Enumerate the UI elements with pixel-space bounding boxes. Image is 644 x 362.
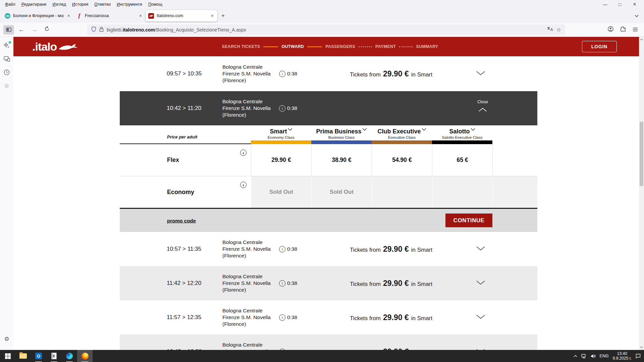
duration: 0:38: [287, 70, 297, 77]
minimize-button[interactable]: —: [598, 2, 612, 7]
expand-chevron-icon[interactable]: [476, 280, 485, 286]
train-row[interactable]: 12:42 > 13:20 Bologna Centrale Firenze S…: [120, 335, 537, 350]
info-icon[interactable]: i: [279, 349, 285, 350]
train-times: 09:57 > 10:35: [167, 70, 202, 77]
file-explorer-button[interactable]: [15, 350, 31, 362]
train-row-selected[interactable]: 10:42 > 11:20 Bologna Centrale Firenze S…: [120, 91, 537, 125]
bookmark-star-icon[interactable]: ☆: [556, 26, 561, 33]
fare-flex-club[interactable]: 54.90 €: [372, 144, 432, 176]
fare-column-smart[interactable]: Smart Economy Class: [251, 125, 311, 144]
lock-icon[interactable]: [99, 27, 104, 33]
shield-icon[interactable]: [91, 26, 96, 33]
history-clock-icon[interactable]: [3, 69, 10, 76]
translate-icon[interactable]: A: [547, 27, 553, 33]
page-scrollbar[interactable]: [639, 37, 644, 350]
network-icon[interactable]: [581, 354, 587, 358]
step-search-tickets: SEARCH TICKETS: [222, 44, 260, 49]
fare-column-salotto[interactable]: Salotto Salotto Executive Class: [432, 125, 492, 144]
menu-bookmarks[interactable]: Отметки: [91, 1, 114, 8]
invoice-document-button[interactable]: €: [46, 350, 62, 362]
volume-icon[interactable]: [591, 354, 596, 358]
menu-file[interactable]: Файл: [2, 1, 18, 8]
expand-chevron-icon[interactable]: [476, 246, 485, 252]
info-icon[interactable]: i: [279, 105, 285, 112]
synced-tabs-icon[interactable]: [3, 56, 10, 62]
account-icon[interactable]: [608, 26, 613, 33]
fare-column-prima-business[interactable]: Prima Business Business Class: [311, 125, 372, 144]
window-controls: — □ ×: [598, 1, 642, 7]
info-icon[interactable]: i: [240, 149, 247, 156]
fare-flex-salotto[interactable]: 65 €: [432, 144, 492, 176]
bookmarks-star-icon[interactable]: ☆: [3, 82, 10, 89]
italo-favicon: [148, 13, 154, 19]
time: 13:40: [613, 351, 632, 356]
italo-logo[interactable]: .italo: [32, 41, 78, 52]
tab-title: Italotreno.com: [157, 13, 207, 18]
fare-flex-smart[interactable]: 29.90 €: [251, 144, 311, 176]
outlook-button[interactable]: O: [31, 350, 46, 362]
settings-gear-icon[interactable]: ⚙: [4, 336, 9, 343]
menu-history[interactable]: История: [69, 1, 91, 8]
train-row[interactable]: 11:42 > 12:20 Bologna Centrale Firenze S…: [120, 266, 537, 300]
close-tab-icon[interactable]: ×: [138, 13, 143, 18]
dropdown-chevron-icon: [288, 128, 292, 131]
train-times: 10:57 > 11:35: [167, 246, 201, 252]
list-all-tabs-icon[interactable]: [635, 13, 642, 19]
hamburger-menu-icon[interactable]: [633, 27, 638, 33]
navigation-toolbar: ← → biglietti.italotreno.com/Booking_Acq…: [0, 23, 644, 37]
scroll-up-arrow-icon[interactable]: [639, 37, 644, 42]
back-button[interactable]: ←: [17, 26, 25, 33]
expand-chevron-icon[interactable]: [476, 314, 485, 320]
sidebar-toggle-button[interactable]: [3, 25, 14, 35]
action-center-icon[interactable]: [636, 354, 641, 358]
train-row[interactable]: 10:57 > 11:35 Bologna Centrale Firenze S…: [120, 232, 537, 266]
close-tab-icon[interactable]: ×: [210, 13, 215, 18]
menu-view[interactable]: Изглед: [50, 1, 69, 8]
extensions-puzzle-icon[interactable]: [620, 26, 626, 33]
svg-text:A: A: [550, 27, 553, 32]
expand-chevron-icon[interactable]: [476, 71, 485, 77]
smart-color-bar: [251, 140, 311, 144]
expand-chevron-icon[interactable]: [476, 349, 485, 350]
hidden-icons-chevron-icon[interactable]: [574, 355, 577, 357]
info-icon[interactable]: i: [279, 246, 285, 252]
train-row[interactable]: 09:57 > 10:35 Bologna Centrale Firenze S…: [120, 56, 537, 91]
tab-bar: m Болоня и Флоренция - може и × f Frecci…: [0, 9, 644, 23]
fare-economy-prima-soldout: Sold Out: [311, 176, 372, 208]
url-bar[interactable]: biglietti.italotreno.com/Booking_Acquist…: [87, 24, 565, 35]
train-row[interactable]: 11:57 > 12:35 Bologna Centrale Firenze S…: [120, 300, 537, 335]
continue-button[interactable]: CONTINUE: [445, 214, 492, 227]
keyboard-language[interactable]: ENG: [600, 354, 609, 358]
tab-frecciarossa[interactable]: f Frecciarossa ×: [74, 10, 146, 21]
forward-button[interactable]: →: [30, 26, 38, 33]
maximize-button[interactable]: □: [612, 2, 627, 7]
menu-bar: Файл Редактиране Изглед История Отметки …: [0, 0, 644, 9]
info-icon[interactable]: i: [240, 182, 247, 188]
fare-column-club-executive[interactable]: Club Executive Executive Class: [372, 125, 432, 144]
promo-code-link[interactable]: promo code: [167, 218, 196, 223]
close-tab-icon[interactable]: ×: [66, 13, 71, 18]
scrollbar-thumb[interactable]: [640, 122, 643, 186]
menu-help[interactable]: Помощ: [145, 1, 165, 8]
scroll-down-arrow-icon[interactable]: [639, 345, 644, 350]
info-icon[interactable]: i: [279, 314, 285, 321]
info-icon[interactable]: i: [279, 71, 285, 77]
info-icon[interactable]: i: [279, 280, 285, 287]
firefox-button[interactable]: [77, 350, 93, 362]
close-window-button[interactable]: ×: [627, 1, 642, 7]
reload-button[interactable]: [43, 26, 51, 33]
ai-chatbot-icon[interactable]: [3, 42, 10, 49]
taskbar-clock[interactable]: 13:40 9.9.2025 г.: [613, 351, 632, 361]
start-button[interactable]: [0, 350, 15, 362]
edge-button[interactable]: [62, 350, 77, 362]
login-button[interactable]: LOGIN: [582, 41, 617, 52]
tab-bologna-florence[interactable]: m Болоня и Флоренция - може и ×: [2, 10, 74, 21]
fare-flex-prima[interactable]: 38.90 €: [311, 144, 372, 176]
close-fares-control[interactable]: Close: [469, 100, 496, 112]
notification-dot: [9, 41, 11, 44]
new-tab-button[interactable]: +: [217, 12, 229, 19]
duration: 0:38: [287, 314, 297, 321]
menu-tools[interactable]: Инструменти: [114, 1, 145, 8]
menu-edit[interactable]: Редактиране: [18, 1, 50, 8]
tab-italotreno[interactable]: Italotreno.com ×: [146, 10, 217, 21]
